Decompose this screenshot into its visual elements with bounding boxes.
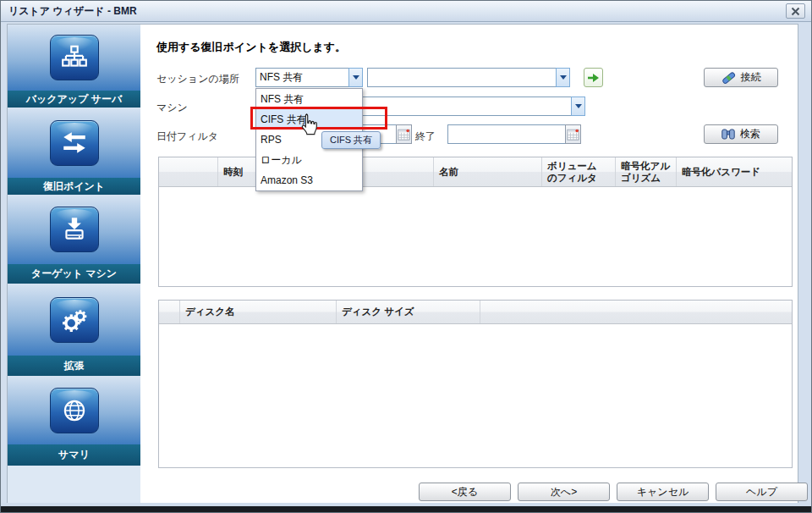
date-start-calendar-button[interactable] [396,124,412,144]
session-location-input[interactable] [255,68,348,87]
help-button[interactable]: ヘルプ [716,483,808,501]
go-button[interactable] [584,68,603,87]
chevron-down-icon [560,75,567,80]
sidebar-item-label: サマリ [8,444,140,466]
close-icon [791,7,800,16]
highlight-red-box [250,107,387,130]
session-location-combobox [255,68,363,87]
session-path-input[interactable] [367,68,556,87]
dropdown-option-local[interactable]: ローカル [256,150,362,170]
sidebar-item-advanced[interactable]: 拡張 [8,284,140,376]
cursor-pointer-icon [299,113,319,140]
recovery-points-table-body [159,187,792,286]
machine-trigger[interactable] [571,97,585,116]
disk-table: ディスク名 ディスク サイズ [158,300,793,468]
sidebar-item-label: 復旧ポイント [8,178,140,195]
arrow-right-icon [587,73,600,83]
back-button[interactable]: <戻る [419,483,511,501]
wizard-steps-sidebar: バックアップ サーバ 復旧ポイント [8,25,140,503]
connect-button[interactable]: 接続 [704,68,778,87]
recovery-points-table: 時刻 種類 名前 ボリューム のフィルタ 暗号化アル ゴリズム 暗号化パスワード [158,157,793,287]
globe-icon [59,396,90,425]
calendar-icon [398,128,410,141]
column-header-disk-name[interactable]: ディスク名 [180,301,337,323]
disk-download-icon [59,215,90,244]
date-end-input[interactable] [447,124,565,144]
session-location-label: セッションの場所 [156,72,239,86]
column-header-select[interactable] [159,301,180,323]
chevron-down-icon [353,75,359,80]
disk-table-body [159,324,792,467]
sidebar-item-label: ターゲット マシン [8,264,140,284]
recovery-points-table-header: 時刻 種類 名前 ボリューム のフィルタ 暗号化アル ゴリズム 暗号化パスワード [159,157,792,187]
column-header-volume-filter[interactable]: ボリューム のフィルタ [542,157,616,186]
sync-arrows-icon [59,129,90,157]
next-button[interactable]: 次へ> [518,483,610,501]
close-button[interactable] [786,3,805,19]
connect-button-label: 接続 [741,70,761,85]
title-bar: リストア ウィザード - BMR [1,1,811,22]
column-header-encryption-algorithm[interactable]: 暗号化アル ゴリズム [616,157,677,186]
search-button[interactable]: 検索 [704,124,778,144]
sidebar-item-target-machine[interactable]: ターゲット マシン [8,195,140,284]
network-icon [59,43,90,72]
machine-label: マシン [156,101,188,115]
sidebar-item-label: バックアップ サーバ [8,91,140,108]
column-header-time[interactable]: 時刻 [218,157,261,186]
wizard-body: バックアップ サーバ 復旧ポイント [7,24,798,504]
window-bottom-edge [1,506,811,512]
restore-wizard-window: リストア ウィザード - BMR [0,0,812,513]
sidebar-item-summary[interactable]: サマリ [8,376,140,466]
date-end-label: 終了 [415,130,436,144]
date-end-calendar-button[interactable] [565,124,581,144]
tooltip: CIFS 共有 [321,131,381,149]
date-end-field [447,124,581,144]
column-header-disk-size[interactable]: ディスク サイズ [337,301,480,323]
sidebar-item-recovery-point[interactable]: 復旧ポイント [8,108,140,195]
calendar-icon [567,128,579,141]
sidebar-item-label: 拡張 [8,356,140,376]
window-title: リストア ウィザード - BMR [1,4,137,19]
column-header-select[interactable] [159,157,218,186]
column-header-encryption-password[interactable]: 暗号化パスワード [677,157,792,186]
session-path-combobox [367,68,570,87]
sidebar-item-backup-server[interactable]: バックアップ サーバ [8,25,140,108]
page-title: 使用する復旧ポイントを選択します。 [156,40,346,55]
chevron-down-icon [575,104,582,108]
cancel-button[interactable]: キャンセル [617,483,709,501]
date-filter-label: 日付フィルタ [156,130,218,144]
column-header-name[interactable]: 名前 [434,157,542,186]
column-header-empty[interactable] [480,301,792,323]
gears-icon [59,306,90,334]
disk-table-header: ディスク名 ディスク サイズ [159,301,792,324]
dropdown-option-amazon-s3[interactable]: Amazon S3 [256,170,362,190]
binoculars-icon [721,128,735,141]
session-location-trigger[interactable] [348,68,363,87]
connect-icon [721,71,736,85]
search-button-label: 検索 [740,127,760,141]
session-path-trigger[interactable] [556,68,570,87]
